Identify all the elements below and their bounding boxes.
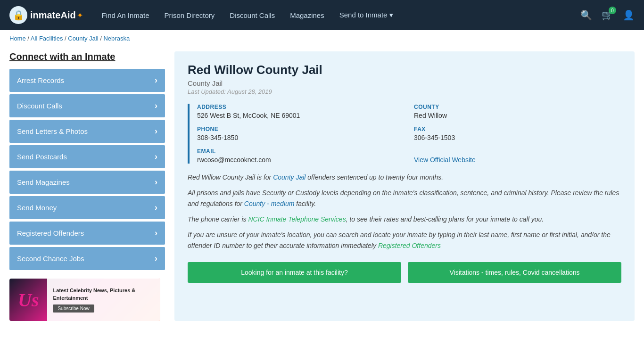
action-buttons: Looking for an inmate at this facility? … <box>188 262 621 283</box>
sidebar-arrow-icon: › <box>155 75 157 85</box>
facility-type: County Jail <box>188 79 621 87</box>
phone-label: PHONE <box>197 126 405 132</box>
sidebar-label: Send Magazines <box>17 178 70 186</box>
desc-paragraph-2: All prisons and jails have Security or C… <box>188 188 621 209</box>
ad-content: Latest Celebrity News, Pictures & Entert… <box>47 279 160 321</box>
desc-paragraph-3: The phone carrier is NCIC Inmate Telepho… <box>188 214 621 225</box>
sidebar-label: Discount Calls <box>17 102 62 110</box>
nav-prison-directory[interactable]: Prison Directory <box>165 11 215 19</box>
sidebar: Connect with an Inmate Arrest Records › … <box>9 51 165 321</box>
sidebar-ad: Us Latest Celebrity News, Pictures & Ent… <box>9 279 160 321</box>
ncic-link[interactable]: NCIC Inmate Telephone Services <box>248 215 346 223</box>
ad-logo: Us <box>9 289 47 311</box>
cart-badge: 0 <box>609 7 616 14</box>
facility-name: Red Willow County Jail <box>188 63 621 77</box>
county-label: COUNTY <box>414 104 621 110</box>
nav-find-inmate[interactable]: Find An Inmate <box>102 11 149 19</box>
sidebar-arrow-icon: › <box>155 177 157 187</box>
registered-offenders-link[interactable]: Registered Offenders <box>378 242 441 249</box>
email-label: EMAIL <box>197 148 405 155</box>
navbar-links: Find An Inmate Prison Directory Discount… <box>102 11 580 19</box>
nav-send-to-inmate[interactable]: Send to Inmate ▾ <box>339 11 393 19</box>
phone-block: PHONE 308-345-1850 <box>197 126 405 141</box>
user-button[interactable]: 👤 <box>623 9 635 21</box>
sidebar-menu: Arrest Records › Discount Calls › Send L… <box>9 69 165 270</box>
sidebar-arrow-icon: › <box>155 254 157 263</box>
sidebar-label: Second Chance Jobs <box>17 255 84 263</box>
logo[interactable]: 🔒 inmateAid ✦ <box>9 6 83 24</box>
address-label: ADDRESS <box>197 104 405 110</box>
sidebar-item-send-magazines[interactable]: Send Magazines › <box>9 171 165 194</box>
main-container: Connect with an Inmate Arrest Records › … <box>0 47 644 330</box>
navbar-actions: 🔍 🛒 0 👤 <box>580 9 635 21</box>
email-block: EMAIL rwcoso@mccooknet.com <box>197 148 405 164</box>
fax-block: FAX 306-345-1503 <box>414 126 621 141</box>
ad-title: Latest Celebrity News, Pictures & Entert… <box>53 287 155 302</box>
fax-value: 306-345-1503 <box>414 134 621 141</box>
phone-value: 308-345-1850 <box>197 134 405 141</box>
facility-description: Red Willow County Jail is for County Jai… <box>188 172 621 252</box>
nav-discount-calls[interactable]: Discount Calls <box>230 11 275 19</box>
website-link[interactable]: View Official Website <box>414 156 476 164</box>
find-inmate-button[interactable]: Looking for an inmate at this facility? <box>188 262 401 283</box>
content-area: Red Willow County Jail County Jail Last … <box>174 51 635 321</box>
navbar: 🔒 inmateAid ✦ Find An Inmate Prison Dire… <box>0 0 644 30</box>
breadcrumb-county-jail[interactable]: County Jail <box>68 35 98 42</box>
sidebar-arrow-icon: › <box>155 126 157 136</box>
logo-icon: 🔒 <box>9 6 27 24</box>
sidebar-item-send-money[interactable]: Send Money › <box>9 196 165 219</box>
website-block: View Official Website <box>414 148 621 164</box>
desc-paragraph-4: If you are unsure of your inmate's locat… <box>188 230 621 251</box>
info-grid: ADDRESS 526 West B St, McCook, NE 69001 … <box>197 104 621 164</box>
logo-decoration: ✦ <box>77 11 83 20</box>
breadcrumb: Home / All Facilities / County Jail / Ne… <box>0 30 644 47</box>
sidebar-item-discount-calls[interactable]: Discount Calls › <box>9 94 165 117</box>
sidebar-arrow-icon: › <box>155 101 157 111</box>
email-value: rwcoso@mccooknet.com <box>197 156 405 164</box>
address-block: ADDRESS 526 West B St, McCook, NE 69001 <box>197 104 405 119</box>
sidebar-label: Send Money <box>17 204 57 212</box>
sidebar-arrow-icon: › <box>155 203 157 213</box>
sidebar-label: Send Postcards <box>17 153 67 161</box>
sidebar-item-send-letters[interactable]: Send Letters & Photos › <box>9 120 165 143</box>
sidebar-item-arrest-records[interactable]: Arrest Records › <box>9 69 165 92</box>
address-value: 526 West B St, McCook, NE 69001 <box>197 112 405 119</box>
cart-button[interactable]: 🛒 0 <box>602 9 613 21</box>
logo-text: inmateAid <box>30 10 76 21</box>
sidebar-label: Registered Offenders <box>17 229 84 237</box>
ad-subscribe-button[interactable]: Subscribe Now <box>53 304 94 313</box>
facility-updated: Last Updated: August 28, 2019 <box>188 88 621 95</box>
breadcrumb-all-facilities[interactable]: All Facilities <box>31 35 63 42</box>
county-value: Red Willow <box>414 112 621 119</box>
fax-label: FAX <box>414 126 621 132</box>
visitations-button[interactable]: Visitations - times, rules, Covid cancel… <box>408 262 621 283</box>
info-section: ADDRESS 526 West B St, McCook, NE 69001 … <box>188 104 621 164</box>
sidebar-item-registered-offenders[interactable]: Registered Offenders › <box>9 222 165 245</box>
desc-paragraph-1: Red Willow County Jail is for County Jai… <box>188 172 621 183</box>
county-jail-link[interactable]: County Jail <box>273 173 305 181</box>
sidebar-arrow-icon: › <box>155 152 157 162</box>
breadcrumb-home[interactable]: Home <box>9 35 26 42</box>
sidebar-label: Arrest Records <box>17 76 64 84</box>
search-button[interactable]: 🔍 <box>580 9 592 21</box>
nav-magazines[interactable]: Magazines <box>290 11 324 19</box>
county-medium-link[interactable]: County - medium <box>244 200 295 207</box>
sidebar-title: Connect with an Inmate <box>9 51 165 62</box>
breadcrumb-nebraska[interactable]: Nebraska <box>103 35 130 42</box>
county-block: COUNTY Red Willow <box>414 104 621 119</box>
sidebar-arrow-icon: › <box>155 228 157 238</box>
sidebar-item-second-chance-jobs[interactable]: Second Chance Jobs › <box>9 247 165 270</box>
sidebar-item-send-postcards[interactable]: Send Postcards › <box>9 145 165 168</box>
sidebar-label: Send Letters & Photos <box>17 127 88 135</box>
